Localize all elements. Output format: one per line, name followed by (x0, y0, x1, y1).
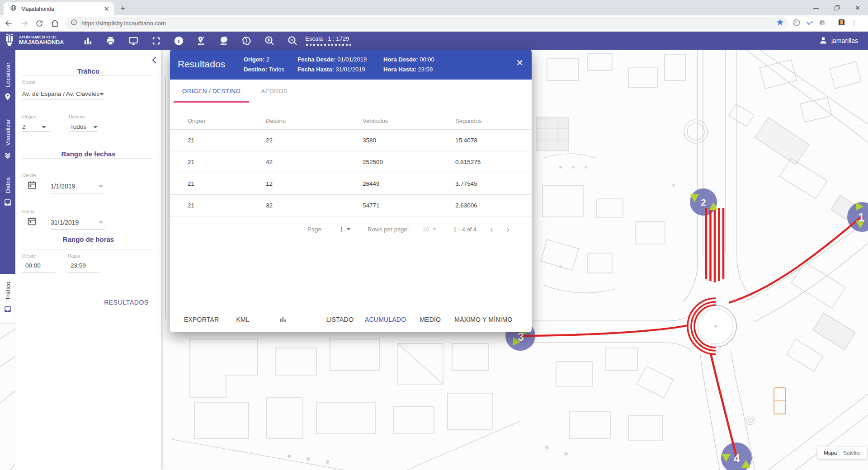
chevron-down-icon[interactable] (42, 126, 46, 128)
sidebar-item-visualizar[interactable]: Visualizar (4, 119, 12, 161)
user-menu[interactable]: jamarillas (819, 36, 858, 46)
exportar-button[interactable]: EXPORTAR (184, 316, 219, 323)
rows-per-page-select[interactable]: 10 (422, 226, 429, 233)
bar-chart-icon[interactable] (83, 36, 93, 46)
previous-page-icon[interactable]: ‹ (490, 225, 493, 234)
cruce-label: Cruce (22, 80, 35, 85)
minimize-icon[interactable]: — (806, 0, 826, 15)
chevron-down-icon[interactable] (93, 126, 98, 128)
calendar-icon[interactable] (27, 216, 37, 228)
destino-select[interactable]: Todos (70, 123, 86, 130)
menu-dots-icon[interactable]: ⋮ (851, 20, 857, 27)
window-controls: — ✕ (806, 0, 868, 15)
modal-tabs: ORIGEN / DESTINO AFOROS (170, 80, 532, 103)
app-header: AYUNTAMIENTO DE MAJADAHONDA Escala 1 : 1… (0, 32, 868, 50)
restore-icon[interactable] (826, 0, 847, 15)
maximo-minimo-button[interactable]: MÁXIMO Y MÍNIMO (454, 316, 513, 323)
home-icon[interactable] (48, 17, 61, 30)
divider (832, 19, 832, 28)
table-row[interactable]: 2122358015.4078 (170, 129, 532, 151)
marker-label-1: 1 (858, 211, 864, 224)
extensions-area: ∿⁺ ⋮ (793, 19, 857, 28)
city-logo (3, 33, 16, 49)
chevron-down-icon[interactable] (99, 93, 104, 95)
chevron-down-icon[interactable] (99, 221, 103, 224)
origen-select[interactable]: 2 (22, 123, 26, 130)
summary-origen-destino: Origen: 2 Destino: Todos (244, 55, 284, 75)
acumulado-button[interactable]: ACUMULADO (365, 316, 406, 323)
sidebar-item-trafico[interactable]: Tráfico (0, 274, 15, 323)
info-icon[interactable] (174, 36, 184, 46)
resultados-button[interactable]: RESULTADOS (104, 299, 149, 306)
marker-label-2: 2 (701, 197, 706, 208)
table-row[interactable]: 2112264493.77545 (170, 173, 532, 194)
tab-close-icon[interactable]: ✕ (104, 5, 109, 12)
chevron-down-icon[interactable] (433, 228, 436, 230)
url-field[interactable]: https://simplicity.incaurbano.com (65, 17, 788, 30)
map-type-control: Mapa Satélite (817, 446, 867, 459)
listado-button[interactable]: LISTADO (326, 316, 354, 323)
divider (22, 99, 105, 99)
reload-icon[interactable] (33, 17, 46, 30)
tab-origen-destino[interactable]: ORIGEN / DESTINO (174, 80, 249, 103)
bookmark-star-icon[interactable] (776, 19, 784, 28)
fecha-desde-input[interactable]: 1/1/2019 (51, 183, 75, 190)
divider (22, 158, 153, 159)
collapse-panel-icon[interactable] (151, 56, 157, 66)
extension-m-icon[interactable]: ∿⁺ (806, 20, 813, 26)
fechas-title: Rango de fechas (15, 150, 161, 158)
modal-footer: EXPORTAR KML LISTADO ACUMULADO MEDIO MÁX… (170, 307, 532, 332)
next-page-icon[interactable]: › (507, 225, 510, 234)
browser-tab[interactable]: Majadahonda ✕ (4, 2, 114, 15)
close-icon[interactable]: ✕ (516, 58, 524, 67)
chevron-down-icon[interactable] (99, 185, 103, 188)
polygon-icon[interactable] (241, 36, 252, 46)
hora-desde-input[interactable]: 00:00 (25, 262, 41, 269)
divider (67, 273, 99, 273)
chevron-down-icon[interactable] (347, 228, 350, 230)
page-select[interactable]: 1 (340, 226, 343, 233)
monitor-icon[interactable] (128, 36, 139, 46)
fullscreen-icon[interactable] (151, 36, 161, 46)
results-modal: Resultados Origen: 2 Destino: Todos Fech… (170, 50, 532, 332)
sidebar-item-datos[interactable]: Datos (4, 177, 12, 208)
new-tab-button[interactable]: + (120, 4, 125, 14)
calendar-icon[interactable] (27, 180, 37, 192)
medio-button[interactable]: MEDIO (420, 316, 441, 323)
hora-hasta-input[interactable]: 23:59 (71, 262, 86, 269)
tab-aforos[interactable]: AFOROS (249, 80, 300, 103)
sidebar-item-localizar[interactable]: Localizar (4, 62, 12, 103)
scale-indicator: Escala 1 : 1729 (305, 35, 352, 46)
extension-circle-icon[interactable] (793, 19, 800, 28)
divider (22, 249, 153, 249)
table-row[interactable]: 21422525000.815275 (170, 151, 532, 173)
direction-arrows (513, 194, 865, 468)
browser-titlebar: Majadahonda ✕ + — ✕ (0, 0, 868, 15)
layers-icon (4, 151, 12, 161)
summary-fechas: Fecha Desde: 01/01/2019 Fecha Hasta: 31/… (297, 55, 367, 75)
pagination-range: 1 - 4 of 4 (453, 226, 476, 233)
print-icon[interactable] (105, 36, 116, 46)
measure-area-icon[interactable] (219, 36, 229, 46)
kml-button[interactable]: KML (236, 316, 249, 323)
fecha-hasta-input[interactable]: 31/1/2019 (51, 219, 79, 226)
cruce-select[interactable]: Av. de España / Av. Claveles (22, 90, 99, 97)
scale-bar (305, 44, 352, 46)
forward-icon[interactable] (17, 17, 31, 30)
toolbar (83, 35, 298, 46)
drive-icon[interactable] (819, 19, 826, 28)
extension-badge-icon[interactable] (838, 19, 845, 28)
hora-hasta-label: Hasta (68, 253, 80, 258)
map-type-mapa[interactable]: Mapa (824, 450, 837, 456)
marker-label-4: 4 (734, 452, 740, 465)
zoom-out-icon[interactable] (287, 35, 298, 46)
close-icon[interactable]: ✕ (847, 0, 868, 15)
zoom-in-icon[interactable] (264, 35, 275, 46)
back-icon[interactable] (2, 17, 15, 30)
page-info-icon[interactable] (71, 19, 77, 28)
table-row[interactable]: 2132547712.63006 (170, 194, 532, 216)
measure-distance-icon[interactable] (196, 36, 207, 46)
map-type-satelite[interactable]: Satélite (843, 450, 860, 456)
bar-chart-icon[interactable] (279, 315, 287, 324)
table-header: Origen Destino Vehículos Segundos (170, 112, 532, 129)
